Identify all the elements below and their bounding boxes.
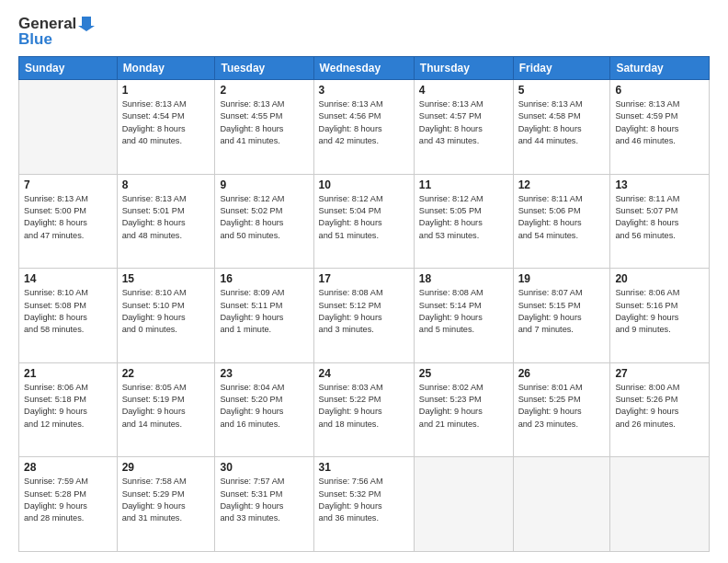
day-number: 3 <box>319 84 409 97</box>
day-number: 16 <box>220 272 308 285</box>
day-number: 15 <box>122 272 210 285</box>
day-number: 12 <box>518 178 606 191</box>
day-number: 7 <box>24 178 112 191</box>
day-info: Sunrise: 7:59 AMSunset: 5:28 PMDaylight:… <box>24 476 112 524</box>
logo-general-text: General <box>18 16 76 31</box>
calendar-cell: 26Sunrise: 8:01 AMSunset: 5:25 PMDayligh… <box>513 362 610 457</box>
weekday-friday: Friday <box>513 57 610 80</box>
day-info: Sunrise: 8:03 AMSunset: 5:22 PMDaylight:… <box>319 382 409 431</box>
weekday-tuesday: Tuesday <box>215 57 313 80</box>
day-info: Sunrise: 8:13 AMSunset: 4:54 PMDaylight:… <box>122 98 210 147</box>
day-number: 11 <box>419 178 508 191</box>
day-number: 24 <box>319 367 409 380</box>
day-number: 20 <box>615 272 704 285</box>
day-number: 4 <box>419 84 508 97</box>
day-info: Sunrise: 8:08 AMSunset: 5:12 PMDaylight:… <box>319 287 409 336</box>
calendar-cell: 17Sunrise: 8:08 AMSunset: 5:12 PMDayligh… <box>313 269 414 363</box>
day-info: Sunrise: 8:08 AMSunset: 5:14 PMDaylight:… <box>419 287 508 336</box>
day-number: 26 <box>518 367 606 380</box>
day-info: Sunrise: 8:09 AMSunset: 5:11 PMDaylight:… <box>220 287 308 336</box>
calendar-cell: 31Sunrise: 7:56 AMSunset: 5:32 PMDayligh… <box>313 457 414 552</box>
day-number: 18 <box>419 272 508 285</box>
calendar-cell: 24Sunrise: 8:03 AMSunset: 5:22 PMDayligh… <box>313 362 414 457</box>
calendar-cell <box>414 457 513 552</box>
calendar-cell <box>513 457 610 552</box>
day-info: Sunrise: 8:06 AMSunset: 5:16 PMDaylight:… <box>615 287 704 336</box>
calendar-cell: 22Sunrise: 8:05 AMSunset: 5:19 PMDayligh… <box>117 362 215 457</box>
calendar-cell: 7Sunrise: 8:13 AMSunset: 5:00 PMDaylight… <box>19 174 118 269</box>
logo-blue-text: Blue <box>18 31 95 47</box>
day-info: Sunrise: 8:13 AMSunset: 4:56 PMDaylight:… <box>319 98 409 147</box>
day-number: 30 <box>220 461 308 474</box>
weekday-saturday: Saturday <box>610 57 710 80</box>
calendar-cell: 25Sunrise: 8:02 AMSunset: 5:23 PMDayligh… <box>414 362 513 457</box>
calendar-cell: 6Sunrise: 8:13 AMSunset: 4:59 PMDaylight… <box>610 80 710 175</box>
logo: General Blue <box>18 15 95 47</box>
week-row-4: 21Sunrise: 8:06 AMSunset: 5:18 PMDayligh… <box>19 362 710 457</box>
day-info: Sunrise: 8:00 AMSunset: 5:26 PMDaylight:… <box>615 382 704 431</box>
svg-marker-0 <box>78 17 95 31</box>
calendar-cell: 13Sunrise: 8:11 AMSunset: 5:07 PMDayligh… <box>610 174 710 269</box>
day-info: Sunrise: 8:12 AMSunset: 5:05 PMDaylight:… <box>419 193 508 242</box>
day-info: Sunrise: 8:13 AMSunset: 5:01 PMDaylight:… <box>122 193 210 242</box>
day-info: Sunrise: 8:12 AMSunset: 5:04 PMDaylight:… <box>319 193 409 242</box>
day-number: 25 <box>419 367 508 380</box>
calendar-cell: 10Sunrise: 8:12 AMSunset: 5:04 PMDayligh… <box>313 174 414 269</box>
weekday-monday: Monday <box>117 57 215 80</box>
calendar-cell: 21Sunrise: 8:06 AMSunset: 5:18 PMDayligh… <box>19 362 118 457</box>
day-info: Sunrise: 8:11 AMSunset: 5:07 PMDaylight:… <box>615 193 704 242</box>
day-info: Sunrise: 7:57 AMSunset: 5:31 PMDaylight:… <box>220 476 308 524</box>
day-info: Sunrise: 8:13 AMSunset: 4:58 PMDaylight:… <box>518 98 606 147</box>
weekday-thursday: Thursday <box>414 57 513 80</box>
calendar-cell: 23Sunrise: 8:04 AMSunset: 5:20 PMDayligh… <box>215 362 313 457</box>
logo-arrow-icon <box>78 15 95 31</box>
calendar-cell: 2Sunrise: 8:13 AMSunset: 4:55 PMDaylight… <box>215 80 313 175</box>
day-info: Sunrise: 8:05 AMSunset: 5:19 PMDaylight:… <box>122 382 210 431</box>
day-number: 23 <box>220 367 308 380</box>
calendar-cell: 15Sunrise: 8:10 AMSunset: 5:10 PMDayligh… <box>117 269 215 363</box>
day-number: 19 <box>518 272 606 285</box>
calendar-cell: 30Sunrise: 7:57 AMSunset: 5:31 PMDayligh… <box>215 457 313 552</box>
calendar-cell: 12Sunrise: 8:11 AMSunset: 5:06 PMDayligh… <box>513 174 610 269</box>
day-number: 28 <box>24 461 112 474</box>
day-info: Sunrise: 8:07 AMSunset: 5:15 PMDaylight:… <box>518 287 606 336</box>
calendar-cell: 27Sunrise: 8:00 AMSunset: 5:26 PMDayligh… <box>610 362 710 457</box>
day-number: 6 <box>615 84 704 97</box>
calendar-cell: 5Sunrise: 8:13 AMSunset: 4:58 PMDaylight… <box>513 80 610 175</box>
calendar-cell: 14Sunrise: 8:10 AMSunset: 5:08 PMDayligh… <box>19 269 118 363</box>
header: General Blue <box>18 15 710 47</box>
day-info: Sunrise: 8:02 AMSunset: 5:23 PMDaylight:… <box>419 382 508 431</box>
day-number: 22 <box>122 367 210 380</box>
day-number: 17 <box>319 272 409 285</box>
calendar-cell: 18Sunrise: 8:08 AMSunset: 5:14 PMDayligh… <box>414 269 513 363</box>
day-number: 8 <box>122 178 210 191</box>
day-number: 9 <box>220 178 308 191</box>
calendar-cell: 19Sunrise: 8:07 AMSunset: 5:15 PMDayligh… <box>513 269 610 363</box>
week-row-1: 1Sunrise: 8:13 AMSunset: 4:54 PMDaylight… <box>19 80 710 175</box>
day-info: Sunrise: 8:13 AMSunset: 4:55 PMDaylight:… <box>220 98 308 147</box>
day-info: Sunrise: 8:10 AMSunset: 5:08 PMDaylight:… <box>24 287 112 336</box>
calendar-cell: 29Sunrise: 7:58 AMSunset: 5:29 PMDayligh… <box>117 457 215 552</box>
day-info: Sunrise: 8:13 AMSunset: 4:57 PMDaylight:… <box>419 98 508 147</box>
weekday-sunday: Sunday <box>19 57 118 80</box>
day-number: 13 <box>615 178 704 191</box>
day-number: 10 <box>319 178 409 191</box>
day-info: Sunrise: 8:10 AMSunset: 5:10 PMDaylight:… <box>122 287 210 336</box>
day-info: Sunrise: 8:01 AMSunset: 5:25 PMDaylight:… <box>518 382 606 431</box>
day-info: Sunrise: 8:11 AMSunset: 5:06 PMDaylight:… <box>518 193 606 242</box>
week-row-5: 28Sunrise: 7:59 AMSunset: 5:28 PMDayligh… <box>19 457 710 552</box>
day-info: Sunrise: 8:13 AMSunset: 5:00 PMDaylight:… <box>24 193 112 242</box>
day-info: Sunrise: 7:58 AMSunset: 5:29 PMDaylight:… <box>122 476 210 524</box>
day-info: Sunrise: 8:04 AMSunset: 5:20 PMDaylight:… <box>220 382 308 431</box>
calendar-cell: 20Sunrise: 8:06 AMSunset: 5:16 PMDayligh… <box>610 269 710 363</box>
day-info: Sunrise: 8:12 AMSunset: 5:02 PMDaylight:… <box>220 193 308 242</box>
weekday-wednesday: Wednesday <box>313 57 414 80</box>
calendar-cell: 4Sunrise: 8:13 AMSunset: 4:57 PMDaylight… <box>414 80 513 175</box>
calendar-cell <box>610 457 710 552</box>
day-number: 5 <box>518 84 606 97</box>
calendar-cell: 1Sunrise: 8:13 AMSunset: 4:54 PMDaylight… <box>117 80 215 175</box>
day-number: 1 <box>122 84 210 97</box>
day-info: Sunrise: 7:56 AMSunset: 5:32 PMDaylight:… <box>319 476 409 524</box>
week-row-3: 14Sunrise: 8:10 AMSunset: 5:08 PMDayligh… <box>19 269 710 363</box>
weekday-header-row: SundayMondayTuesdayWednesdayThursdayFrid… <box>19 57 710 80</box>
